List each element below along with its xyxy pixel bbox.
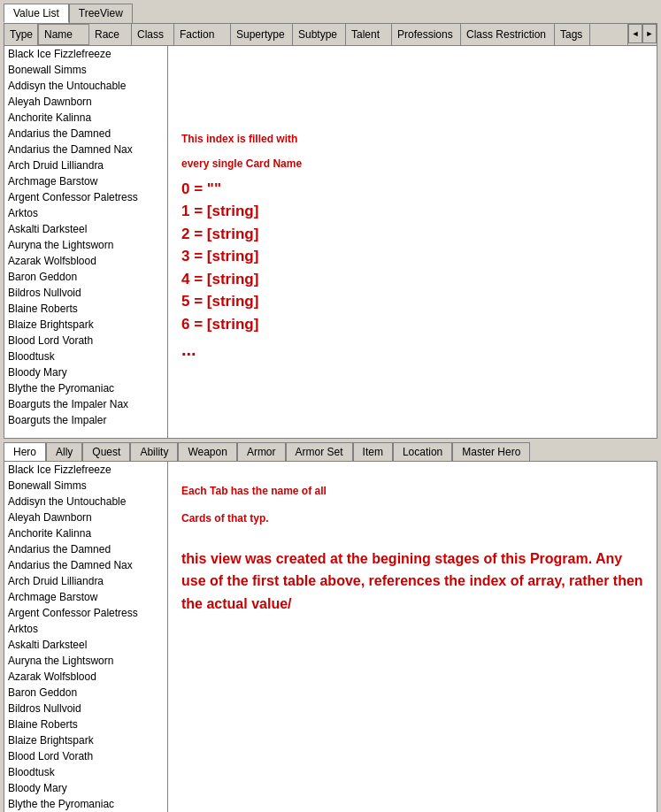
list-item[interactable]: Argent Confessor Paletress [4,605,167,621]
index-row: 4 = [string] [181,268,258,291]
list-item[interactable]: Bonewall Simms [4,478,167,494]
list-item[interactable]: Blaize Brightspark [4,317,167,333]
list-item[interactable]: Addisyn the Untouchable [4,494,167,509]
list-item[interactable]: Baron Geddon [4,269,167,285]
list-item[interactable]: Askalti Darksteel [4,637,167,653]
list-item[interactable]: Argent Confessor Paletress [4,189,167,205]
list-item[interactable]: Arktos [4,205,167,221]
list-item[interactable]: Bonewall Simms [4,62,167,78]
upper-content: Black Ice FizzlefreezeBonewall SimmsAddi… [4,46,657,438]
list-item[interactable]: Bloody Mary [4,780,167,796]
col-header-classrestriction[interactable]: Class Restriction [461,24,555,45]
index-row: 3 = [string] [181,245,258,268]
list-item[interactable]: Bildros Nullvoid [4,701,167,716]
lower-tab-location[interactable]: Location [393,442,452,461]
col-header-professions[interactable]: Professions [392,24,461,45]
col-header-name[interactable]: Name [38,24,89,45]
list-item[interactable]: Andarius the Damned Nax [4,142,167,157]
tab-value-list[interactable]: Value List [4,4,69,23]
list-item[interactable]: Auryna the Lightsworn [4,653,167,669]
list-item[interactable]: Bloody Mary [4,364,167,380]
list-item[interactable]: Anchorite Kalinna [4,525,167,541]
list-item[interactable]: Blood Lord Vorath [4,748,167,764]
index-row: 5 = [string] [181,290,258,313]
upper-list[interactable]: Black Ice FizzlefreezeBonewall SimmsAddi… [4,46,168,438]
lower-panel: Black Ice FizzlefreezeBonewall SimmsAddi… [4,461,657,812]
upper-panel: Type Name Race Class Faction Supertype S… [4,23,657,439]
list-item[interactable]: Anchorite Kalinna [4,110,167,126]
nav-left-upper[interactable]: ◄ [628,24,642,43]
list-item[interactable]: Azarak Wolfsblood [4,669,167,685]
list-item[interactable]: Blythe the Pyromaniac [4,380,167,396]
list-item[interactable]: Aleyah Dawnborn [4,94,167,110]
list-item[interactable]: Azarak Wolfsblood [4,253,167,269]
lower-annotation: Each Tab has the name of all Cards of th… [168,462,657,812]
top-tab-bar: Value List TreeView [0,0,661,23]
list-item[interactable]: Bildros Nullvoid [4,285,167,301]
main-container: Value List TreeView Type Name Race Class… [0,0,661,812]
col-header-talent[interactable]: Talent [346,24,392,45]
nav-arrows-upper: ◄ ► [627,24,657,45]
column-headers: Type Name Race Class Faction Supertype S… [4,24,657,46]
lower-section: HeroAllyQuestAbilityWeaponArmorArmor Set… [4,442,657,812]
list-item[interactable]: Archmage Barstow [4,589,167,605]
lower-tab-hero[interactable]: Hero [4,442,46,461]
nav-right-upper[interactable]: ► [642,24,657,43]
list-item[interactable]: Blaine Roberts [4,301,167,317]
list-item[interactable]: Andarius the Damned Nax [4,557,167,573]
lower-tab-quest[interactable]: Quest [82,442,130,461]
col-header-subtype[interactable]: Subtype [293,24,346,45]
list-item[interactable]: Archmage Barstow [4,173,167,189]
list-item[interactable]: Arch Druid Lilliandra [4,573,167,589]
list-item[interactable]: Andarius the Damned [4,541,167,557]
list-item[interactable]: Blythe the Pyromaniac [4,796,167,812]
list-item[interactable]: Aleyah Dawnborn [4,509,167,525]
col-header-faction[interactable]: Faction [174,24,231,45]
list-item[interactable]: Black Ice Fizzlefreeze [4,46,167,62]
lower-tab-ally[interactable]: Ally [46,442,82,461]
list-item[interactable]: Bloodtusk [4,349,167,364]
index-row: 6 = [string] [181,313,258,336]
list-item[interactable]: Bloodtusk [4,764,167,780]
lower-tab-ability[interactable]: Ability [130,442,178,461]
list-item[interactable]: Arch Druid Lilliandra [4,157,167,173]
list-item[interactable]: Addisyn the Untouchable [4,78,167,94]
list-item[interactable]: Askalti Darksteel [4,221,167,237]
col-header-race[interactable]: Race [89,24,132,45]
list-item[interactable]: Arktos [4,621,167,637]
list-item[interactable]: Blaize Brightspark [4,732,167,748]
lower-tab-item[interactable]: Item [353,442,393,461]
list-item[interactable]: Boarguts the Impaler Nax [4,396,167,412]
lower-tab-master-hero[interactable]: Master Hero [452,442,530,461]
list-item[interactable]: Baron Geddon [4,685,167,701]
upper-annotation: This index is filled with every single C… [168,46,657,438]
lower-tab-bar: HeroAllyQuestAbilityWeaponArmorArmor Set… [4,442,657,461]
lower-tab-weapon[interactable]: Weapon [178,442,236,461]
index-row: 1 = [string] [181,200,258,223]
list-item[interactable]: Auryna the Lightsworn [4,237,167,253]
list-item[interactable]: Boarguts the Impaler [4,412,167,428]
list-item[interactable]: Blood Lord Vorath [4,333,167,349]
tab-tree-view[interactable]: TreeView [69,4,133,23]
index-row: 2 = [string] [181,223,258,246]
col-header-tags[interactable]: Tags [555,24,590,45]
lower-list[interactable]: Black Ice FizzlefreezeBonewall SimmsAddi… [4,462,168,812]
list-item[interactable]: Black Ice Fizzlefreeze [4,462,167,478]
lower-tab-armor-set[interactable]: Armor Set [286,442,353,461]
index-row: 0 = "" [181,178,258,201]
list-item[interactable]: Blaine Roberts [4,716,167,732]
col-header-type[interactable]: Type [4,24,38,45]
lower-tab-armor[interactable]: Armor [237,442,286,461]
col-header-class[interactable]: Class [132,24,174,45]
col-header-supertype[interactable]: Supertype [231,24,293,45]
list-item[interactable]: Andarius the Damned [4,126,167,142]
